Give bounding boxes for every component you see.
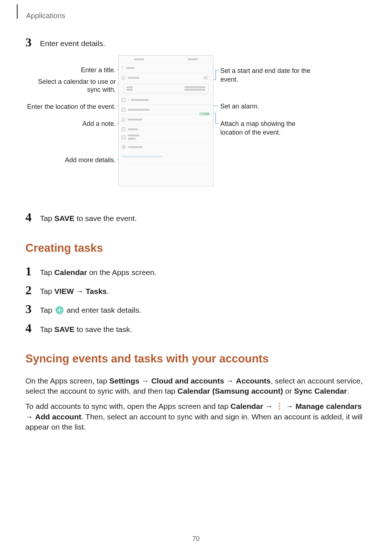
label-location: Enter the location of the event. [25, 103, 116, 111]
step-4: 4 Tap SAVE to save the event. [25, 211, 367, 223]
phone-footer-box [123, 163, 209, 178]
heading-syncing: Syncing events and tasks with your accou… [25, 351, 367, 366]
syncing-para-2: To add accounts to sync with, open the A… [25, 401, 367, 432]
label-map-2: location of the event. [220, 128, 344, 137]
text-part: or [283, 387, 294, 395]
text-part: on the Apps screen. [87, 268, 156, 276]
note-icon [122, 127, 126, 131]
step-text: Tap and enter task details. [40, 303, 141, 315]
phone-row-extra [119, 152, 213, 161]
arrow: → [263, 402, 275, 410]
bell-icon [122, 108, 126, 112]
breadcrumb: Applications [26, 11, 65, 21]
syncing-para-1: On the Apps screen, tap Settings → Cloud… [25, 376, 367, 397]
step-number: 3 [25, 36, 40, 49]
phone-topbar [119, 56, 213, 63]
pin-icon [122, 118, 126, 122]
arrow: → [74, 287, 86, 295]
step-number: 2 [25, 284, 40, 296]
label-enter-title: Enter a title. [25, 66, 116, 74]
phone-row-location [119, 114, 213, 124]
page-number: 70 [0, 534, 392, 543]
manage-calendars-label: Manage calendars [295, 402, 362, 410]
plus-icon [122, 145, 126, 149]
step-text: Tap VIEW → Tasks. [40, 284, 109, 296]
phone-mock: T • [118, 55, 213, 186]
accounts-label: Accounts [236, 377, 271, 385]
text-part: . [107, 287, 109, 295]
calendar-label: Calendar [230, 402, 263, 410]
step-text: Tap SAVE to save the event. [40, 211, 137, 223]
text-part: to save the event. [74, 214, 137, 222]
text-part: Tap [40, 268, 54, 276]
step-text: Tap Calendar on the Apps screen. [40, 265, 156, 278]
text-part: Tap [40, 306, 54, 314]
arrow: → [139, 377, 151, 385]
label-note: Add a note. [25, 120, 116, 128]
label-select-calendar-2: sync with. [25, 86, 116, 94]
phone-row-timezone [119, 142, 213, 152]
event-diagram: Enter a title. Select a calendar to use … [25, 55, 359, 200]
view-label: VIEW [54, 287, 74, 295]
label-date-2: event. [220, 75, 344, 84]
more-icon [277, 402, 282, 410]
arrow: → [25, 413, 35, 421]
label-date-1: Set a start and end date for the [220, 67, 344, 75]
header-bar [17, 4, 18, 19]
phone-row-calendar [119, 73, 213, 82]
clock-icon [122, 76, 126, 80]
step-3: 3 Enter event details. [25, 36, 367, 49]
text-part: to save the task. [74, 325, 132, 333]
tasks-step-2: 2 Tap VIEW → Tasks. [25, 284, 367, 296]
palette-icon [122, 98, 126, 102]
phone-row-color: • [119, 95, 213, 104]
label-more-details: Add more details. [25, 156, 116, 164]
text-part: To add accounts to sync with, open the A… [25, 402, 230, 410]
calendar-samsung-label: Calendar (Samsung account) [177, 387, 283, 395]
phone-row-alarm [119, 104, 213, 114]
arrow: → [284, 402, 296, 410]
step-number: 1 [25, 265, 40, 278]
map-thumbnail-icon [199, 112, 209, 115]
add-icon [56, 306, 64, 314]
label-map-1: Attach a map showing the [220, 120, 344, 128]
save-label: SAVE [54, 214, 75, 222]
phone-time-block [123, 84, 209, 93]
tasks-step-4: 4 Tap SAVE to save the task. [25, 322, 367, 335]
text-part: and enter task details. [65, 306, 141, 314]
save-label: SAVE [54, 325, 75, 333]
toggle-icon [204, 76, 210, 79]
calendar-label: Calendar [54, 268, 87, 276]
tasks-label: Tasks [86, 287, 107, 295]
tasks-step-1: 1 Tap Calendar on the Apps screen. [25, 265, 367, 278]
step-text: Enter event details. [40, 36, 105, 49]
heading-creating-tasks: Creating tasks [25, 241, 367, 256]
phone-row-note [119, 124, 213, 134]
step-text: Tap SAVE to save the task. [40, 322, 132, 335]
repeat-icon [122, 135, 126, 139]
step-number: 4 [25, 211, 40, 223]
step-number: 3 [25, 303, 40, 315]
label-select-calendar-1: Select a calendar to use or [25, 78, 116, 86]
text-part: Tap [40, 325, 54, 333]
phone-row-repeat [119, 134, 213, 142]
cloud-accounts-label: Cloud and accounts [151, 377, 224, 385]
arrow: → [224, 377, 236, 385]
text-part: . [347, 387, 349, 395]
settings-label: Settings [109, 377, 139, 385]
label-alarm: Set an alarm. [220, 102, 344, 111]
step-number: 4 [25, 322, 40, 335]
phone-row-title: T [119, 63, 213, 73]
sync-calendar-label: Sync Calendar [294, 387, 347, 395]
text-part: Tap [40, 287, 54, 295]
text-part: On the Apps screen, tap [25, 377, 109, 385]
text-part: Tap [40, 214, 54, 222]
add-account-label: Add account [35, 413, 81, 421]
tasks-step-3: 3 Tap and enter task details. [25, 303, 367, 315]
